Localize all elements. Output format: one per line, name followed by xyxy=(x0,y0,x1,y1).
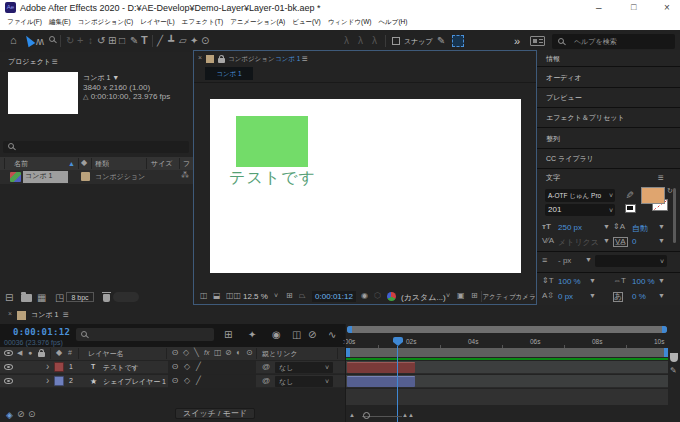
resolution-dd-icon[interactable]: ˅ xyxy=(446,292,450,299)
menu-animation[interactable]: アニメーション(A) xyxy=(230,18,285,27)
zoom-slider-handle[interactable] xyxy=(363,412,370,419)
mask-path-icon[interactable]: ✎ xyxy=(437,36,445,46)
project-panel-menu-icon[interactable]: ≡ xyxy=(52,57,58,67)
brush-tool[interactable]: ╱ xyxy=(157,36,163,46)
trash-icon[interactable] xyxy=(103,294,110,302)
snap-label[interactable]: スナップ xyxy=(404,37,433,47)
canvas-text-layer[interactable]: テストです xyxy=(229,168,316,189)
layer2-expand-icon[interactable]: › xyxy=(46,376,49,386)
fill-color-swatch[interactable] xyxy=(641,187,665,204)
stroke-style-dropdown[interactable]: ˅ xyxy=(595,255,667,267)
mask-visibility-toggle[interactable] xyxy=(452,35,464,47)
font-family-dropdown[interactable]: A-OTF じゅん Pro˅ xyxy=(545,189,615,202)
stroke-width-value[interactable]: - px xyxy=(558,256,571,265)
comp-canvas[interactable]: テストです xyxy=(210,99,521,273)
pan-camera-tool[interactable]: + xyxy=(77,35,83,46)
comp-tab-close[interactable]: × xyxy=(198,54,202,61)
layer1-expand-icon[interactable]: › xyxy=(46,362,49,372)
timeline-panel-menu-icon[interactable]: ≡ xyxy=(63,310,69,320)
new-comp-icon[interactable]: ▦ xyxy=(37,293,46,303)
comp-subtab[interactable]: コンポ 1 xyxy=(205,67,253,80)
tab-info[interactable]: 情報 xyxy=(537,50,680,66)
zoom-dd-icon[interactable]: ˅ xyxy=(274,292,278,299)
menu-effect[interactable]: エフェクト(T) xyxy=(182,18,224,27)
leading-dd-icon[interactable]: ▼ xyxy=(658,223,665,230)
font-size-value[interactable]: 250 px xyxy=(558,223,582,232)
dolly-camera-tool[interactable]: ↕ xyxy=(88,36,93,46)
new-folder-icon[interactable] xyxy=(21,294,32,302)
main-monitor-icon[interactable]: ⬓ xyxy=(213,292,221,300)
local-axis-mode[interactable]: λ xyxy=(344,36,349,46)
resolution-dropdown[interactable]: (カスタム...) xyxy=(401,292,446,303)
hscale-dd-icon[interactable]: ▼ xyxy=(658,277,665,284)
layer1-parent-dropdown[interactable]: なし˅ xyxy=(275,362,333,373)
type-tool[interactable]: T xyxy=(141,35,148,46)
snap-checkbox[interactable] xyxy=(392,37,400,45)
layer-row-2[interactable]: › 2 ★ シェイプレイヤー 1 ʘ ◇ ╱ @ なし˅ xyxy=(0,375,345,388)
menu-layer[interactable]: レイヤー(L) xyxy=(140,18,174,27)
tab-audio[interactable]: オーディオ xyxy=(537,66,680,87)
snapshot-icon[interactable]: ◉ xyxy=(361,292,368,300)
mask-toggle-icon[interactable]: ⏢ xyxy=(299,292,305,300)
tab-cc-libraries[interactable]: CC ライブラリ xyxy=(537,148,680,168)
horizontal-scale-value[interactable]: 100 % xyxy=(632,277,655,286)
viewer-timecode[interactable]: 0:00:01:12 xyxy=(312,291,356,302)
tab-preview[interactable]: プレビュー xyxy=(537,87,680,107)
grid-guides-icon[interactable]: ⊞ xyxy=(286,292,293,300)
comp-flowchart-icon[interactable]: ⊞ xyxy=(224,330,232,340)
layer2-color-chip[interactable] xyxy=(54,376,64,386)
layer-row-1[interactable]: › 1 T テストです ʘ ◇ ╱ @ なし˅ xyxy=(0,361,345,374)
character-panel-menu-icon[interactable]: ≡ xyxy=(658,173,664,183)
tsume-value[interactable]: 0 % xyxy=(632,292,646,301)
tracking-dd-icon[interactable]: ▼ xyxy=(658,237,665,244)
draft3d-icon[interactable]: ✦ xyxy=(248,330,256,340)
layer1-quality2-icon[interactable]: ╱ xyxy=(196,363,201,371)
project-row-name[interactable]: コンポ 1 xyxy=(23,171,68,183)
layer1-quality-icon[interactable]: ʘ xyxy=(172,363,178,371)
shy-icon[interactable]: ◉ xyxy=(272,330,281,340)
project-search-field[interactable] xyxy=(3,141,189,153)
timeline-navigator[interactable] xyxy=(347,326,667,333)
layer1-collapse-icon[interactable]: ◇ xyxy=(184,363,190,371)
world-axis-mode[interactable]: λ xyxy=(358,36,363,46)
canvas-green-rectangle[interactable] xyxy=(236,116,308,167)
tab-character[interactable]: 文字 ≡ xyxy=(537,168,680,186)
tracking-value[interactable]: 0 xyxy=(632,237,636,246)
col-tag-icon[interactable]: ◆ xyxy=(81,159,87,167)
col-type[interactable]: 種類 xyxy=(95,159,109,169)
close-button[interactable]: × xyxy=(664,2,670,13)
camera-dropdown[interactable]: アクティブカメラ xyxy=(481,291,536,302)
navigator-right-handle[interactable] xyxy=(662,326,667,333)
font-style-dropdown[interactable]: 201˅ xyxy=(545,204,615,216)
help-search-field[interactable]: ヘルプを検索 xyxy=(552,34,675,49)
tab-align[interactable]: 整列 xyxy=(537,127,680,148)
roi-icon[interactable]: ▣ xyxy=(457,292,465,300)
frame-blend-toggle-icon[interactable]: ⊘ xyxy=(17,410,25,419)
col-size[interactable]: サイズ xyxy=(151,159,173,169)
layer2-pickwhip-icon[interactable]: @ xyxy=(262,377,270,385)
mirror-monitor-icon[interactable]: ◫◫ xyxy=(226,292,241,300)
col-name[interactable]: 名前 xyxy=(14,159,28,169)
interpret-footage-icon[interactable]: ⊟ xyxy=(5,293,13,303)
menu-file[interactable]: ファイル(F) xyxy=(7,18,42,27)
toolbar-overflow[interactable]: » xyxy=(514,35,520,47)
vscale-dd-icon[interactable]: ▼ xyxy=(589,277,596,284)
channels-icon[interactable] xyxy=(387,292,396,301)
kerning-dd-icon[interactable]: ▼ xyxy=(603,237,610,244)
show-snapshot-icon[interactable]: ⬡ xyxy=(374,292,381,300)
switch-mode-button[interactable]: スイッチ / モード xyxy=(175,408,255,419)
menu-window[interactable]: ウィンドウ(W) xyxy=(328,18,372,27)
adjust-icon[interactable]: ◳ xyxy=(55,293,64,303)
font-size-dd-icon[interactable]: ▼ xyxy=(603,223,610,230)
home-button[interactable]: ⌂ xyxy=(10,35,17,46)
layer2-quality-icon[interactable]: ʘ xyxy=(172,377,178,385)
timeline-timecode[interactable]: 0:00:01:12 xyxy=(13,327,70,337)
bpc-button[interactable]: 8 bpc xyxy=(66,292,94,302)
rotation-tool[interactable]: ↺ xyxy=(97,36,105,46)
layer2-name[interactable]: シェイプレイヤー 1 xyxy=(103,377,166,387)
work-area-start-handle[interactable] xyxy=(346,348,350,357)
comp-tab-group-label[interactable]: コンポジション xyxy=(228,55,275,64)
clone-stamp-tool[interactable]: ┻ xyxy=(168,36,174,46)
project-row-comp1[interactable]: コンポ 1 コンポジション ⁂ xyxy=(0,170,193,184)
timeline-tab-close[interactable]: × xyxy=(8,310,12,317)
